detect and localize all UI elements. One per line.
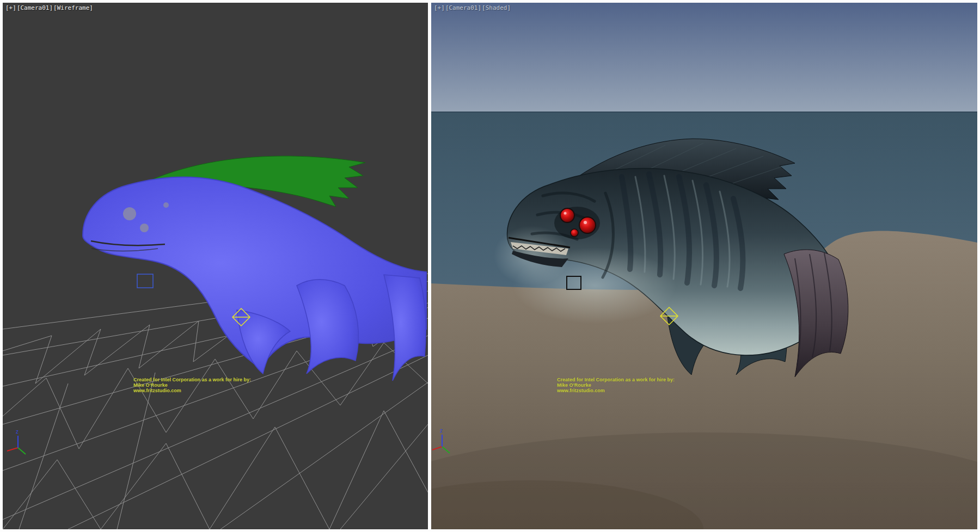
- shaded-scene: z: [431, 3, 977, 529]
- viewport-split-screen: z [+][Camera01][Wireframe] Created for I…: [0, 0, 980, 532]
- credit-line: Created for Intel Corporation as a work …: [557, 377, 675, 382]
- viewport-menu-shading[interactable]: [Shaded]: [482, 4, 511, 11]
- viewport-menu-pov[interactable]: [Camera01]: [445, 4, 481, 11]
- viewport-menu-shading[interactable]: [Wireframe]: [53, 4, 93, 11]
- credit-line: Mike O'Rourke: [133, 382, 251, 388]
- credit-line: Created for Intel Corporation as a work …: [133, 377, 251, 382]
- eye: [571, 229, 578, 237]
- viewport-menu-general[interactable]: [+]: [434, 4, 445, 11]
- eye-highlight: [584, 221, 587, 224]
- credit-text: Created for Intel Corporation as a work …: [557, 377, 675, 393]
- sky: [431, 3, 977, 112]
- viewport-shaded[interactable]: z [+][Camera01][Shaded] Created for Inte…: [431, 3, 977, 529]
- credit-line: www.fritzstudio.com: [133, 388, 251, 393]
- eye-spot: [163, 202, 169, 208]
- wireframe-scene: z: [3, 3, 428, 529]
- credit-line: Mike O'Rourke: [557, 382, 675, 388]
- horizon-line: [431, 112, 977, 113]
- viewport-label: [+][Camera01][Shaded]: [434, 4, 511, 11]
- eye: [560, 208, 574, 222]
- axis-z-label: z: [440, 428, 443, 434]
- eye-highlight: [564, 212, 567, 215]
- viewport-menu-pov[interactable]: [Camera01]: [17, 4, 53, 11]
- eye-spot: [123, 207, 136, 220]
- viewport-label: [+][Camera01][Wireframe]: [5, 4, 94, 11]
- credit-text: Created for Intel Corporation as a work …: [133, 377, 251, 393]
- viewport-wireframe[interactable]: z [+][Camera01][Wireframe] Created for I…: [3, 3, 428, 529]
- eye: [579, 217, 596, 233]
- viewport-menu-general[interactable]: [+]: [5, 4, 16, 11]
- axis-z-label: z: [16, 429, 19, 435]
- credit-line: www.fritzstudio.com: [557, 388, 675, 393]
- eye-spot: [140, 224, 149, 232]
